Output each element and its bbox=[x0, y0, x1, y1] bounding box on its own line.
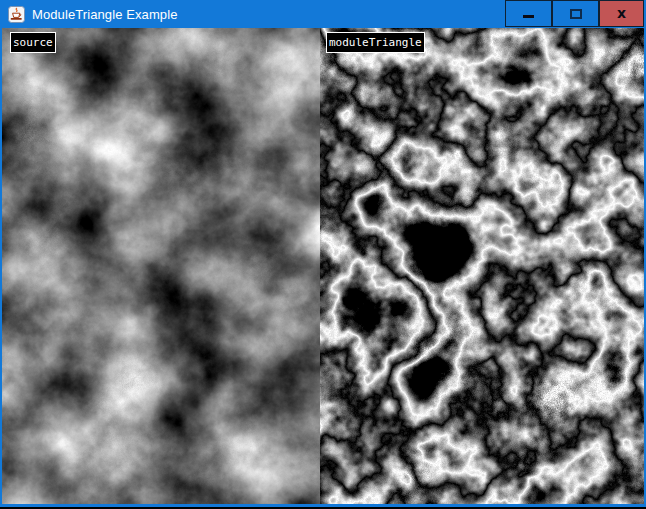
close-button[interactable]: x bbox=[599, 0, 644, 27]
minimize-icon bbox=[523, 15, 534, 18]
minimize-button[interactable] bbox=[505, 0, 552, 27]
window-controls: x bbox=[505, 0, 644, 28]
window-title: ModuleTriangle Example bbox=[32, 7, 178, 22]
titlebar[interactable]: ModuleTriangle Example x bbox=[2, 0, 644, 28]
module-triangle-label: moduleTriangle bbox=[326, 32, 425, 53]
source-noise-image bbox=[2, 28, 320, 504]
module-triangle-panel: moduleTriangle bbox=[320, 28, 644, 504]
maximize-button[interactable] bbox=[552, 0, 599, 27]
module-triangle-noise-image bbox=[320, 28, 644, 504]
close-icon: x bbox=[617, 6, 626, 20]
app-window: ModuleTriangle Example x bbox=[0, 0, 646, 507]
maximize-icon bbox=[570, 9, 582, 19]
java-coffee-cup-icon bbox=[8, 6, 25, 23]
content-area: source moduleTriangle bbox=[2, 28, 644, 504]
source-label: source bbox=[10, 32, 56, 53]
source-panel: source bbox=[2, 28, 320, 504]
